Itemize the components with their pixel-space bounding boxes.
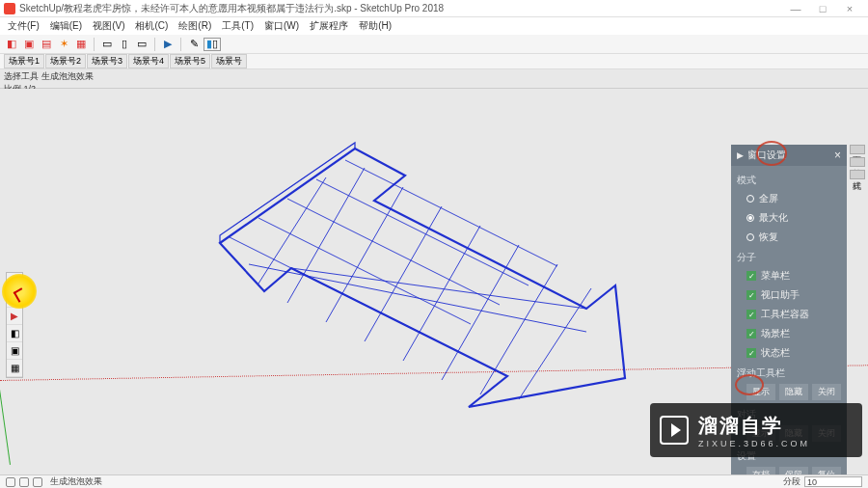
window-title: SketchUp/教程老虎牢房惊，未经许可本人的意愿用本视频都属于违法行为.sk… — [19, 2, 789, 15]
chk-scenebar[interactable]: ✓场景栏 — [737, 324, 841, 343]
option-label: 菜单栏 — [761, 269, 790, 283]
chk-toolbar-container[interactable]: ✓工具栏容器 — [737, 305, 841, 324]
status-icon-1[interactable] — [6, 477, 15, 487]
watermark-title: 溜溜自学 — [698, 413, 810, 439]
status-bar: 生成泡泡效果 分段 10 — [0, 474, 868, 488]
lt-tool-4-icon[interactable]: ◧ — [7, 325, 22, 342]
tool-c-icon[interactable]: ▭ — [134, 37, 149, 52]
lt-tool-2-icon[interactable]: ◐ — [7, 290, 22, 308]
lt-tool-6-icon[interactable]: ▦ — [7, 360, 22, 377]
floating-show-button[interactable]: 显示 — [746, 384, 775, 400]
molecule-label: 分子 — [737, 251, 841, 264]
minimize-button[interactable]: — — [789, 2, 802, 15]
svg-line-5 — [249, 264, 586, 332]
svg-line-4 — [230, 237, 442, 343]
tool-line-icon[interactable]: ✎ — [186, 37, 202, 52]
close-button[interactable]: × — [843, 2, 856, 15]
option-label: 工具栏容器 — [761, 308, 809, 321]
tool-play-icon[interactable]: ▶ — [160, 37, 176, 52]
lt-tool-1-icon[interactable]: ● — [7, 273, 22, 290]
scene-tab[interactable]: 场景号5 — [170, 54, 210, 68]
chk-viewhelper[interactable]: ✓视口助手 — [737, 285, 841, 305]
toolbar-separator — [94, 38, 95, 51]
watermark-url: ZIXUE.3D66.COM — [698, 439, 810, 448]
tool-settings-icon[interactable]: ✶ — [56, 37, 71, 52]
panel-close-button[interactable]: × — [834, 149, 841, 162]
tray-tab[interactable]: 样式 — [850, 170, 865, 179]
tool-save-icon[interactable]: ▤ — [39, 37, 54, 52]
menu-window[interactable]: 窗口(W) — [260, 19, 303, 33]
mode-fullscreen-option[interactable]: 全屏 — [737, 189, 841, 208]
settings-keep-button[interactable]: 保留 — [779, 467, 808, 474]
tool-toggle-group[interactable]: ▮▯ — [203, 38, 221, 51]
scene-tabs: 场景号1 场景号2 场景号3 场景号4 场景号5 场景号 — [0, 54, 868, 69]
scene-tab[interactable]: 场景号3 — [87, 54, 127, 68]
floating-button-row: 显示 隐藏 关闭 — [737, 382, 841, 404]
mode-restore-option[interactable]: 恢复 — [737, 228, 841, 247]
model-arrow-shape[interactable] — [162, 139, 635, 419]
maximize-button[interactable]: □ — [816, 2, 829, 15]
svg-line-13 — [480, 264, 557, 394]
settings-reset-button[interactable]: 复位 — [812, 467, 841, 474]
menu-camera[interactable]: 相机(C) — [131, 19, 172, 33]
tool-b-icon[interactable]: ▯ — [117, 37, 132, 52]
menu-edit[interactable]: 编辑(E) — [46, 19, 86, 33]
settings-save-button[interactable]: 存档 — [746, 467, 775, 474]
play-icon — [660, 416, 689, 445]
tool-status-line1: 选择工具 生成泡泡效果 — [4, 70, 864, 83]
svg-line-2 — [316, 179, 529, 285]
tray-tab[interactable]: 默认面板 — [850, 145, 865, 154]
tray-tab[interactable]: 特征 — [850, 157, 865, 167]
tool-grid-icon[interactable]: ▦ — [73, 37, 89, 52]
option-label: 状态栏 — [761, 346, 790, 360]
mode-label: 模式 — [737, 174, 841, 187]
collapse-arrow-icon[interactable]: ▶ — [737, 150, 744, 160]
tool-status: 选择工具 生成泡泡效果 比例 1/2 — [0, 69, 868, 89]
option-label: 场景栏 — [761, 327, 790, 340]
toolbar-separator — [154, 38, 155, 51]
window-controls: — □ × — [789, 2, 864, 15]
scene-tab[interactable]: 场景号1 — [4, 54, 44, 68]
svg-line-1 — [287, 199, 500, 305]
option-label: 视口助手 — [761, 288, 800, 302]
measurement-input[interactable]: 10 — [804, 476, 862, 487]
lt-tool-5-icon[interactable]: ▣ — [7, 342, 22, 360]
menu-help[interactable]: 帮助(H) — [355, 19, 395, 33]
tool-open-icon[interactable]: ▣ — [21, 37, 37, 52]
scene-tab[interactable]: 场景号4 — [128, 54, 169, 68]
menu-tools[interactable]: 工具(T) — [218, 19, 258, 33]
scene-tab[interactable]: 场景号 — [211, 54, 247, 68]
panel-header[interactable]: ▶ 窗口设置 × — [731, 145, 847, 166]
measure-label: 分段 — [783, 475, 800, 488]
left-floating-toolbar: ● ◐ ▶ ◧ ▣ ▦ — [6, 272, 23, 378]
menu-draw[interactable]: 绘图(R) — [175, 19, 215, 33]
tool-a-icon[interactable]: ▭ — [99, 37, 115, 52]
svg-line-14 — [519, 288, 591, 399]
menu-view[interactable]: 视图(V) — [89, 19, 128, 33]
tool-new-icon[interactable]: ◧ — [4, 37, 19, 52]
lt-tool-3-icon[interactable]: ▶ — [7, 308, 22, 325]
label-text: 浮动工具栏 — [737, 367, 785, 378]
main-toolbar: ◧ ▣ ▤ ✶ ▦ ▭ ▯ ▭ ▶ ✎ ▮▯ — [0, 35, 868, 54]
menu-extensions[interactable]: 扩展程序 — [306, 19, 352, 33]
chk-statusbar[interactable]: ✓状态栏 — [737, 343, 841, 363]
floating-close-button[interactable]: 关闭 — [812, 384, 841, 400]
mode-maximize-option[interactable]: 最大化 — [737, 208, 841, 228]
status-icon-2[interactable] — [19, 477, 29, 487]
menu-bar: 文件(F) 编辑(E) 视图(V) 相机(C) 绘图(R) 工具(T) 窗口(W… — [0, 17, 868, 35]
viewport[interactable]: ● ◐ ▶ ◧ ▣ ▦ 默认面板 特征 样式 ▶ 窗口设置 × 模式 全屏 最大… — [0, 89, 868, 474]
scene-tab[interactable]: 场景号2 — [45, 54, 86, 68]
svg-line-9 — [326, 187, 403, 322]
option-label: 全屏 — [759, 192, 778, 205]
app-logo-icon — [4, 3, 15, 14]
svg-line-3 — [345, 160, 557, 266]
chk-menubar[interactable]: ✓菜单栏 — [737, 266, 841, 285]
status-message: 生成泡泡效果 — [50, 475, 783, 488]
status-icon-3[interactable] — [33, 477, 42, 487]
floating-hide-button[interactable]: 隐藏 — [779, 384, 808, 400]
title-bar: SketchUp/教程老虎牢房惊，未经许可本人的意愿用本视频都属于违法行为.sk… — [0, 0, 868, 17]
watermark: 溜溜自学 ZIXUE.3D66.COM — [650, 403, 862, 457]
panel-title: 窗口设置 — [747, 149, 834, 162]
menu-file[interactable]: 文件(F) — [4, 19, 43, 33]
right-trays: 默认面板 特征 样式 — [850, 145, 865, 179]
